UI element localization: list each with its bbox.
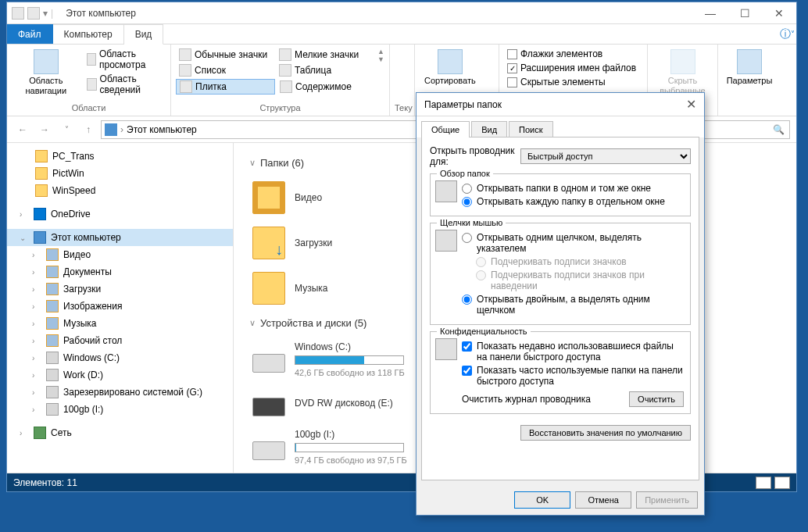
chk-extensions[interactable]: ✓Расширения имен файлов [504,62,639,74]
tree-network[interactable]: ›Сеть [7,424,233,441]
maximize-button[interactable]: ☐ [728,2,762,24]
qat-dropdown[interactable]: ▾ [43,8,48,19]
layout-regular-icons[interactable]: Обычные значки [176,48,274,62]
nav-tree: PC_Trans PictWin WinSpeed ›OneDrive ⌄Это… [7,143,234,473]
chevron-right-icon[interactable]: › [32,268,41,277]
chevron-right-icon[interactable]: › [20,210,29,219]
chevron-right-icon[interactable]: › [32,354,41,362]
layout-table[interactable]: Таблица [276,63,374,77]
tree-drive-c[interactable]: ›Windows (C:) [7,349,233,366]
chk-item-checkboxes[interactable]: Флажки элементов [504,48,639,60]
open-explorer-select[interactable]: Быстрый доступ [520,148,691,164]
tab-search[interactable]: Поиск [509,121,552,137]
help-icon[interactable]: ⓘ˅ [778,24,796,44]
tree-music[interactable]: ›Музыка [7,315,233,332]
privacy-fieldset: Конфиденциальность Показать недавно испо… [430,331,691,414]
chk-hidden[interactable]: Скрытые элементы [504,76,639,88]
tree-drive-g[interactable]: ›Зарезервировано системой (G:) [7,384,233,401]
cancel-button[interactable]: Отмена [575,491,631,509]
tree-downloads[interactable]: ›Загрузки [7,280,233,298]
columns-icon[interactable] [484,65,495,76]
chevron-right-icon[interactable]: › [20,429,29,437]
ribbon-group-layout: Структура [176,103,384,112]
ribbon-tabs: Файл Компьютер Вид ⓘ˅ [7,24,796,45]
up-button[interactable]: ↑ [79,120,98,139]
chevron-right-icon[interactable]: › [32,337,41,345]
forward-button[interactable]: → [35,120,54,139]
qat-props-icon[interactable] [27,7,40,20]
tree-video[interactable]: ›Видео [7,246,233,263]
radio-same-window[interactable]: Открывать папки в одном и том же окне [462,183,684,194]
qat: ▾ | [12,7,53,20]
clear-button[interactable]: Очистить [629,391,684,407]
dialog-body: Открыть проводник для: Быстрый доступ Об… [421,137,699,480]
tree-onedrive[interactable]: ›OneDrive [7,205,233,223]
documents-icon [46,266,59,278]
close-button[interactable]: ✕ [762,2,796,24]
privacy-icon [435,338,457,360]
preview-pane-btn[interactable]: Область просмотра [84,48,166,71]
tree-pictures[interactable]: ›Изображения [7,298,233,315]
tree-pictwin[interactable]: PictWin [7,165,233,182]
qat-pc-icon[interactable] [12,7,24,20]
checkbox-icon [507,49,517,59]
tab-computer[interactable]: Компьютер [53,24,124,44]
tree-drive-d[interactable]: ›Work (D:) [7,366,233,384]
titlebar: ▾ | Этот компьютер — ☐ ✕ [7,2,796,24]
open-explorer-label: Открыть проводник для: [430,145,516,167]
chevron-right-icon[interactable]: › [32,388,41,397]
chevron-right-icon[interactable]: › [32,285,41,294]
chevron-right-icon[interactable]: › [32,302,41,311]
tab-view-dlg[interactable]: Вид [471,121,507,137]
sort-icon [438,49,463,74]
group-icon[interactable] [484,51,495,62]
dialog-tabs: Общие Вид Поиск [417,116,704,137]
chevron-right-icon[interactable]: › [32,251,41,259]
radio-single-click[interactable]: Открывать одним щелчком, выделять указат… [462,232,684,254]
tree-winspeed[interactable]: WinSpeed [7,182,233,199]
radio-new-window[interactable]: Открывать каждую папку в отдельном окне [462,196,684,207]
layout-list[interactable]: Список [176,63,274,77]
view-details-icon[interactable] [756,477,771,489]
chevron-down-icon[interactable]: ⌄ [20,234,29,242]
restore-defaults-button[interactable]: Восстановить значения по умолчанию [520,425,691,441]
tile-icon [180,80,192,93]
tab-file[interactable]: Файл [7,24,53,44]
recent-dropdown[interactable]: ˅ [57,120,76,139]
folder-icon [35,167,48,180]
tree-desktop[interactable]: ›Рабочий стол [7,332,233,349]
chevron-right-icon[interactable]: › [32,320,41,328]
tree-documents[interactable]: ›Документы [7,263,233,280]
minimize-button[interactable]: — [693,2,728,24]
drive-icon [252,354,285,373]
tab-view[interactable]: Вид [124,24,164,45]
chk-frequent-folders[interactable]: Показать часто используемые папки на пан… [462,365,684,387]
details-pane-btn[interactable]: Область сведений [84,73,166,96]
radio-double-click[interactable]: Открывать двойным, а выделять одним щелч… [462,294,684,316]
tree-drive-i[interactable]: ›100gb (I:) [7,401,233,418]
size-icon[interactable] [484,79,495,90]
downloads-icon [46,283,59,295]
breadcrumb[interactable]: Этот компьютер [127,124,197,135]
radio-underline-icons: Подчеркивать подписи значков [476,256,684,267]
sort-button[interactable]: Сортировать [420,48,481,87]
chevron-right-icon[interactable]: › [32,371,41,380]
options-button[interactable]: Параметры [723,48,776,87]
tree-this-pc[interactable]: ⌄Этот компьютер [7,229,233,246]
drive-icon [46,386,59,398]
click-fieldset: Щелчки мышью Открывать одним щелчком, вы… [430,223,691,325]
dialog-close-button[interactable]: ✕ [686,97,696,112]
tree-pc-trans[interactable]: PC_Trans [7,148,233,165]
chevron-right-icon[interactable]: › [32,405,41,414]
nav-pane-button[interactable]: Область навигации [12,48,80,98]
layout-content[interactable]: Содержимое [277,79,374,95]
layout-small-icons[interactable]: Мелкие значки [276,48,374,62]
click-icon [435,230,457,252]
chk-recent-files[interactable]: Показать недавно использовавшиеся файлы … [462,341,684,362]
ok-button[interactable]: OK [514,491,570,509]
layout-tile[interactable]: Плитка [176,79,275,95]
view-tiles-icon[interactable] [774,477,790,489]
apply-button[interactable]: Применить [636,491,698,509]
back-button[interactable]: ← [13,120,32,139]
tab-general[interactable]: Общие [421,121,470,137]
